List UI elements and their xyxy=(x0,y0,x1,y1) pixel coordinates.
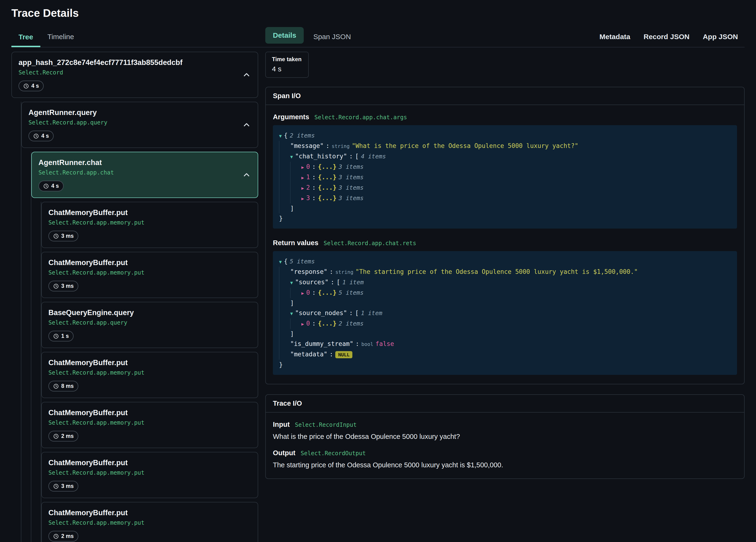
output-selector-path: Select.RecordOutput xyxy=(301,450,366,457)
tab-record-json[interactable]: Record JSON xyxy=(637,27,696,47)
json-line: ▶0:{...}2 items xyxy=(279,318,731,329)
indent-guide xyxy=(279,204,290,214)
indent-guide xyxy=(279,339,290,349)
span-card-basequeryengine-query[interactable]: BaseQueryEngine.querySelect.Record.app.q… xyxy=(41,302,258,348)
indent-guide xyxy=(279,277,290,287)
json-token-str: "What is the price of the Odessa Opulenc… xyxy=(352,142,578,149)
output-field-row: Output Select.RecordOutput xyxy=(273,449,737,457)
json-line: ▶2:{...}3 items xyxy=(279,183,731,193)
duration-badge: 8 ms xyxy=(48,381,78,391)
json-line: ▼{5 items xyxy=(279,256,731,267)
json-line: ▼"chat_history":[4 items xyxy=(279,151,731,162)
tab-timeline[interactable]: Timeline xyxy=(40,27,81,47)
tab-tree[interactable]: Tree xyxy=(11,27,40,47)
triangle-right-icon[interactable]: ▶ xyxy=(301,321,304,326)
duration-badge: 4 s xyxy=(19,81,44,91)
json-token-bool: false xyxy=(375,340,394,347)
span-card-chatmemorybuffer-put[interactable]: ChatMemoryBuffer.putSelect.Record.app.me… xyxy=(41,452,258,498)
triangle-right-icon[interactable]: ▶ xyxy=(301,175,304,180)
return-values-label: Return values xyxy=(273,239,318,247)
json-line-content: "is_dummy_stream":boolfalse xyxy=(290,339,396,349)
json-token-items: 1 item xyxy=(342,279,364,286)
json-line-content: ▶0:{...}5 items xyxy=(301,287,366,298)
badge-row: 1 s xyxy=(48,331,251,341)
duration-value: 3 ms xyxy=(61,233,74,239)
json-token-punct: ] xyxy=(290,330,294,337)
duration-badge: 2 ms xyxy=(48,431,78,441)
span-title: ChatMemoryBuffer.put xyxy=(48,408,251,417)
tab-metadata[interactable]: Metadata xyxy=(593,27,637,47)
duration-badge: 2 ms xyxy=(48,531,78,542)
span-selector-path: Select.Record.app.memory.put xyxy=(48,519,251,526)
json-line-content: "message":string"What is the price of th… xyxy=(290,141,580,151)
clock-icon xyxy=(53,533,59,539)
json-token-items: 1 item xyxy=(361,310,382,316)
triangle-down-icon[interactable]: ▼ xyxy=(279,133,282,139)
tab-details[interactable]: Details xyxy=(265,27,304,44)
span-selector-path: Select.Record.app.memory.put xyxy=(48,369,251,376)
json-line-content: ▼{5 items xyxy=(279,256,317,267)
span-selector-path: Select.Record.app.memory.put xyxy=(48,219,251,226)
chevron-up-icon[interactable] xyxy=(242,121,251,130)
json-token-punct: } xyxy=(279,361,283,368)
json-line: "response":string"The starting price of … xyxy=(279,267,731,277)
triangle-down-icon[interactable]: ▼ xyxy=(290,311,293,316)
chevron-up-icon[interactable] xyxy=(242,171,251,180)
json-token-key: "response" xyxy=(290,268,327,275)
indent-guide xyxy=(290,193,301,204)
json-line-content: ▼"chat_history":[4 items xyxy=(290,151,388,162)
json-token-colon: : xyxy=(349,153,353,160)
span-card-agentrunner-chat[interactable]: AgentRunner.chatSelect.Record.app.chat4 … xyxy=(31,152,258,198)
triangle-down-icon[interactable]: ▼ xyxy=(290,280,293,285)
triangle-right-icon[interactable]: ▶ xyxy=(301,196,304,201)
json-token-colon: : xyxy=(330,351,333,358)
indent-guide xyxy=(279,308,290,318)
json-line: ▼"source_nodes":[1 item xyxy=(279,308,731,318)
json-token-key: "sources" xyxy=(295,278,328,286)
duration-badge: 3 ms xyxy=(48,481,78,491)
tab-app-json[interactable]: App JSON xyxy=(696,27,745,47)
json-line-content: "metadata":NULL xyxy=(290,349,355,360)
tab-span-json[interactable]: Span JSON xyxy=(306,27,358,47)
json-token-idx: 0 xyxy=(306,289,310,296)
triangle-right-icon[interactable]: ▶ xyxy=(301,290,304,296)
json-token-items: 4 items xyxy=(361,153,386,160)
triangle-down-icon[interactable]: ▼ xyxy=(279,259,282,265)
span-title: BaseQueryEngine.query xyxy=(48,308,251,317)
return-values-field-row: Return values Select.Record.app.chat.ret… xyxy=(273,239,737,247)
json-line-content: ▶3:{...}3 items xyxy=(301,193,366,204)
json-token-colon: : xyxy=(330,268,333,275)
span-card-chatmemorybuffer-put[interactable]: ChatMemoryBuffer.putSelect.Record.app.me… xyxy=(41,352,258,398)
span-selector-path: Select.Record.app.query xyxy=(48,319,251,326)
span-title: AgentRunner.chat xyxy=(38,158,251,167)
json-token-colon: : xyxy=(312,174,316,181)
json-token-colon: : xyxy=(312,195,316,202)
triangle-down-icon[interactable]: ▼ xyxy=(290,154,293,159)
json-token-idx: 1 xyxy=(306,174,310,181)
json-line-content: } xyxy=(279,214,285,223)
json-token-items: 2 items xyxy=(290,132,315,139)
triangle-right-icon[interactable]: ▶ xyxy=(301,165,304,170)
duration-value: 2 ms xyxy=(61,433,74,439)
json-token-type: bool xyxy=(361,341,373,347)
json-token-punct: [ xyxy=(355,153,359,160)
span-card-chatmemorybuffer-put[interactable]: ChatMemoryBuffer.putSelect.Record.app.me… xyxy=(41,252,258,298)
badge-row: 4 s xyxy=(28,131,251,141)
json-line-content: ▼"source_nodes":[1 item xyxy=(290,308,384,318)
json-token-key: "message" xyxy=(290,142,324,149)
triangle-right-icon[interactable]: ▶ xyxy=(301,186,304,191)
span-card-agentrunner-query[interactable]: AgentRunner.querySelect.Record.app.query… xyxy=(21,102,258,148)
json-line: } xyxy=(279,360,731,370)
span-card-chatmemorybuffer-put[interactable]: ChatMemoryBuffer.putSelect.Record.app.me… xyxy=(41,402,258,448)
chevron-up-icon[interactable] xyxy=(242,70,251,79)
span-card-chatmemorybuffer-put[interactable]: ChatMemoryBuffer.putSelect.Record.app.me… xyxy=(41,502,258,542)
span-card-chatmemorybuffer-put[interactable]: ChatMemoryBuffer.putSelect.Record.app.me… xyxy=(41,202,258,248)
json-token-colon: : xyxy=(331,278,334,286)
span-card-app-hash-272c8e74ef4ecf77711f3ab855dedcbf[interactable]: app_hash_272c8e74ef4ecf77711f3ab855dedcb… xyxy=(11,52,258,98)
json-line: ▶3:{...}3 items xyxy=(279,193,731,204)
trace-details-page: Trace Details TreeTimeline DetailsSpan J… xyxy=(0,0,756,542)
tab-bar: TreeTimeline DetailsSpan JSON MetadataRe… xyxy=(11,27,745,47)
json-token-ell: {...} xyxy=(318,163,336,170)
json-token-idx: 3 xyxy=(306,195,310,202)
badge-row: 2 ms xyxy=(48,431,251,441)
